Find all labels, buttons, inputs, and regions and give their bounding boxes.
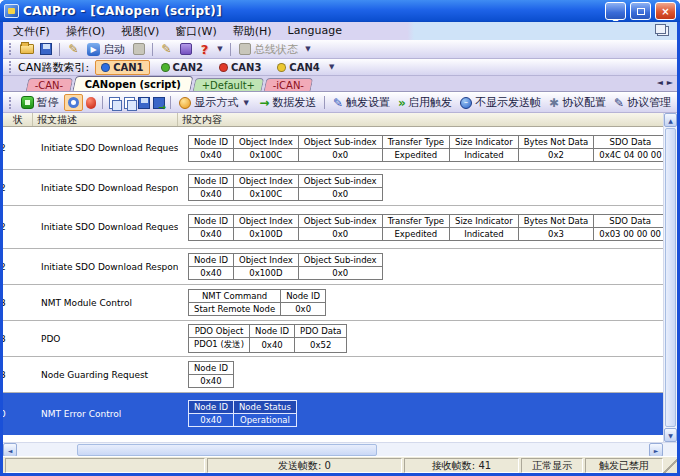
table-row[interactable]: 2Initiate SDO Download RequestNode IDObj… <box>3 127 663 170</box>
layers-button[interactable] <box>177 41 194 57</box>
detail-table: NMT CommandNode IDStart Remote Node0x0 <box>188 289 326 316</box>
resize-grip[interactable] <box>663 458 677 473</box>
horizontal-scrollbar[interactable]: ◄ ► <box>3 442 677 456</box>
toolbar-overflow-chevron[interactable]: ▼ <box>327 63 337 71</box>
detail-header-row: PDO ObjectNode IDPDO Data <box>189 325 347 338</box>
bus-status-button[interactable]: 总线状态 <box>236 41 301 58</box>
toolbar-separator <box>102 96 103 109</box>
channel-button-can3[interactable]: CAN3 <box>214 60 266 75</box>
channel-button-can2[interactable]: CAN2 <box>156 60 208 75</box>
table-row[interactable]: 3PDOPDO ObjectNode IDPDO DataPDO1 (发送)0x… <box>3 321 663 357</box>
copy-button[interactable] <box>108 95 121 111</box>
gear-icon: ✱ <box>549 96 559 110</box>
vertical-scrollbar[interactable]: ▲ ▼ <box>663 113 677 442</box>
start-button[interactable]: ▶ 启动 <box>84 41 128 58</box>
column-header-description[interactable]: 报文描述 <box>33 113 178 126</box>
pen-icon: ✎ <box>68 42 78 56</box>
menu-item-0[interactable]: 文件(F) <box>13 24 50 39</box>
description-cell: Initiate SDO Download Request <box>33 143 178 153</box>
scroll-up-icon[interactable]: ▲ <box>664 113 677 127</box>
menu-item-5[interactable]: Language <box>288 24 342 39</box>
column-header-content[interactable]: 报文内容 <box>178 113 663 126</box>
status-cell: 0 <box>3 409 33 419</box>
table-row[interactable]: 2Initiate SDO Download ResponseNode IDOb… <box>3 170 663 206</box>
status-value: 3 <box>3 370 6 380</box>
table-row[interactable]: 2Initiate SDO Download RequestNode IDObj… <box>3 206 663 249</box>
stop-record-button[interactable] <box>85 95 98 111</box>
detail-header-cell: SDO Data <box>594 214 663 227</box>
display-mode-button[interactable]: 显示方式 ▼ <box>176 94 254 111</box>
tab-1-active[interactable]: CANopen (script) <box>72 76 193 91</box>
horizontal-scroll-thumb[interactable] <box>77 444 377 456</box>
scroll-right-icon[interactable]: ► <box>649 443 663 457</box>
detail-header-cell: Object Sub-index <box>298 135 382 148</box>
channel-button-can4[interactable]: CAN4 <box>272 60 324 75</box>
hide-sent-frames-button[interactable]: – 不显示发送帧 <box>457 94 544 111</box>
channel-dot-icon <box>161 63 170 72</box>
channel-dot-icon <box>277 63 286 72</box>
data-send-button[interactable]: → 数据发送 <box>256 94 319 111</box>
scroll-left-icon[interactable]: ◄ <box>3 443 17 457</box>
vertical-scroll-thumb[interactable] <box>665 128 676 427</box>
channel-button-can1[interactable]: CAN1 <box>95 60 149 75</box>
tab-scroll-left-icon[interactable]: ◄ <box>657 78 663 87</box>
open-file-button[interactable] <box>18 41 35 57</box>
column-header-status[interactable]: 状态 <box>3 113 33 126</box>
pause-button[interactable]: 暂停 <box>18 94 62 111</box>
detail-value-row: Start Remote Node0x0 <box>189 303 326 316</box>
table-row[interactable]: 2Initiate SDO Download ResponseNode IDOb… <box>3 249 663 285</box>
toolbar-overflow-chevron[interactable]: ▼ <box>303 45 313 53</box>
stop-button[interactable] <box>130 41 147 57</box>
table-row[interactable]: 0NMT Error ControlNode IDNode Status0x40… <box>3 393 663 435</box>
protocol-manage-button[interactable]: ✎ 协议管理 <box>611 94 674 111</box>
save-data-button[interactable] <box>138 95 151 111</box>
detail-value-cell: 0x0 <box>298 148 382 161</box>
menu-item-2[interactable]: 视图(V) <box>121 24 159 39</box>
detail-header-cell: Transfer Type <box>382 214 449 227</box>
minimize-button[interactable]: _ <box>605 2 626 20</box>
trigger-settings-button[interactable]: ✎ 触发设置 <box>330 94 393 111</box>
send-arrow-icon: → <box>259 96 269 110</box>
description-cell: NMT Module Control <box>33 298 178 308</box>
description-cell: Initiate SDO Download Response <box>33 183 178 193</box>
record-button[interactable] <box>64 94 83 111</box>
maximize-button[interactable] <box>630 2 651 20</box>
table-row[interactable]: 3NMT Module ControlNMT CommandNode IDSta… <box>3 285 663 321</box>
main-toolbar: ✎ ▶ 启动 ✎ ? ▼ 总线状态 ▼ <box>3 40 677 59</box>
detail-header-cell: Node ID <box>189 401 234 414</box>
detail-value-cell: 0x3 <box>518 227 593 240</box>
help-icon: ? <box>201 42 209 57</box>
tab-2[interactable]: +Default+ <box>192 78 264 91</box>
tab-scroll-right-icon[interactable]: ► <box>667 78 673 87</box>
status-cell: 3 <box>3 334 33 344</box>
tab-0[interactable]: -CAN- <box>26 78 73 91</box>
menu-item-3[interactable]: 窗口(W) <box>175 24 216 39</box>
save-data-icon <box>138 97 150 109</box>
table-row[interactable]: 3Node Guarding RequestNode ID0x40 <box>3 357 663 393</box>
save-file-button[interactable] <box>37 41 54 57</box>
paste-icon <box>124 97 135 109</box>
edit-button[interactable]: ✎ <box>65 41 82 57</box>
help-button[interactable]: ? <box>196 41 213 57</box>
can-channels: CAN1CAN2CAN3CAN4 <box>95 60 325 75</box>
tab-3[interactable]: -iCAN- <box>264 78 314 91</box>
display-mode-icon <box>179 97 191 109</box>
tools-button[interactable]: ✎ <box>158 41 175 57</box>
detail-header-cell: Node ID <box>189 175 234 188</box>
status-bar: 发送帧数: 0 接收帧数: 41 正常显示 触发已禁用 <box>3 456 677 473</box>
detail-value-cell: 0x0 <box>281 303 326 316</box>
mdi-restore-icon[interactable] <box>657 26 669 36</box>
enable-trigger-button[interactable]: » 启用触发 <box>395 94 455 111</box>
export-button[interactable] <box>153 95 166 111</box>
scroll-down-icon[interactable]: ▼ <box>664 428 677 442</box>
menu-item-1[interactable]: 操作(O) <box>66 24 105 39</box>
protocol-config-label: 协议配置 <box>562 95 606 110</box>
menu-item-4[interactable]: 帮助(H) <box>233 24 272 39</box>
detail-header-cell: Size Indicator <box>450 214 519 227</box>
close-button[interactable]: × <box>655 2 676 20</box>
protocol-config-button[interactable]: ✱ 协议配置 <box>546 94 609 111</box>
detail-header-cell: Object Index <box>233 175 298 188</box>
toolbar-overflow-chevron[interactable]: ▼ <box>215 45 225 53</box>
paste-button[interactable] <box>123 95 136 111</box>
horizontal-scroll-track[interactable] <box>17 443 649 456</box>
